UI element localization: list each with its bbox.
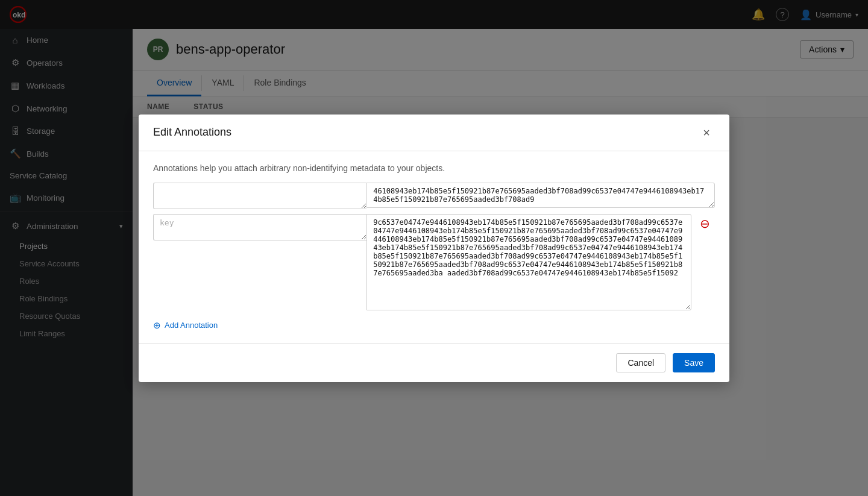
modal-footer: Cancel Save <box>139 343 729 382</box>
remove-annotation-button[interactable]: ⊖ <box>695 214 715 233</box>
edit-annotations-modal: Edit Annotations × Annotations help you … <box>139 115 729 382</box>
cancel-button[interactable]: Cancel <box>616 353 665 372</box>
annotation-value-input-1[interactable] <box>366 183 715 208</box>
plus-circle-icon: ⊕ <box>153 320 161 331</box>
add-annotation-link[interactable]: ⊕ Add Annotation <box>153 320 218 331</box>
annotation-value-input-2[interactable] <box>366 214 691 310</box>
annotation-key-input-2[interactable] <box>153 214 366 240</box>
annotation-key-input-1[interactable] <box>153 183 366 209</box>
modal-body: Annotations help you attach arbitrary no… <box>139 151 729 343</box>
modal-close-button[interactable]: × <box>698 124 715 141</box>
modal-overlay: Edit Annotations × Annotations help you … <box>0 0 868 496</box>
annotation-row-2: ⊖ <box>153 214 715 310</box>
modal-header: Edit Annotations × <box>139 115 729 151</box>
modal-title: Edit Annotations <box>153 126 231 139</box>
modal-description: Annotations help you attach arbitrary no… <box>153 163 715 173</box>
save-button[interactable]: Save <box>673 353 715 372</box>
add-annotation-label: Add Annotation <box>165 321 218 330</box>
annotation-row-1 <box>153 183 715 209</box>
